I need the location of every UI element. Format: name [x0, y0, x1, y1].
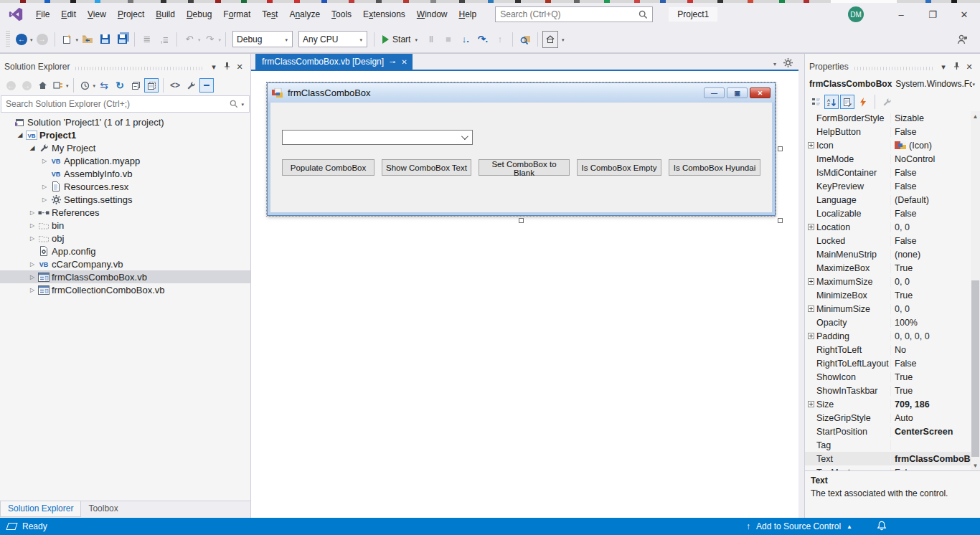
redo-icon[interactable]: ↷ [202, 31, 218, 48]
property-row-startposition[interactable]: StartPositionCenterScreen [805, 425, 971, 438]
menu-debug[interactable]: Debug [181, 6, 217, 22]
pin-icon[interactable] [220, 62, 233, 72]
alphabetical-sort-icon[interactable]: AZ [824, 95, 839, 109]
property-row-sizegripstyle[interactable]: SizeGripStyleAuto [805, 411, 971, 425]
expand-property-icon[interactable] [805, 142, 816, 148]
property-row-keypreview[interactable]: KeyPreviewFalse [805, 179, 971, 193]
designed-button-populate-combobox[interactable]: Populate ComboBox [282, 159, 374, 176]
view-code-icon[interactable]: <> [168, 78, 182, 93]
comment-icon[interactable]: ≣ [139, 31, 155, 48]
property-value[interactable]: 100% [891, 318, 971, 328]
save-all-icon[interactable] [114, 31, 130, 48]
user-avatar[interactable]: DM [848, 6, 864, 22]
scroll-up-icon[interactable]: ▲ [971, 111, 980, 121]
expand-twisty-icon[interactable]: ▷ [27, 274, 37, 280]
expand-twisty-icon[interactable]: ▷ [27, 235, 37, 242]
step-over-icon[interactable]: ↷. [475, 31, 491, 48]
property-value[interactable]: 0, 0 [891, 304, 971, 314]
property-value[interactable]: CenterScreen [891, 427, 971, 437]
tree-item-application-myapp[interactable]: ▷VBApplication.myapp [0, 154, 250, 167]
property-value[interactable]: No [891, 345, 971, 355]
menu-analyze[interactable]: Analyze [283, 6, 326, 22]
property-value[interactable]: Sizable [891, 113, 971, 123]
props-window-position-icon[interactable]: ▾ [937, 62, 950, 72]
tree-item-resources-resx[interactable]: ▷Resources.resx [0, 180, 250, 193]
property-row-language[interactable]: Language(Default) [805, 193, 971, 207]
tab-close-icon[interactable]: ✕ [401, 58, 407, 66]
solution-explorer-search-input[interactable] [6, 99, 230, 109]
menu-file[interactable]: File [30, 6, 55, 22]
show-all-files-icon[interactable] [144, 78, 159, 93]
form-maximize-button[interactable]: ▣ [727, 87, 748, 98]
form-minimize-button[interactable]: — [704, 87, 725, 98]
properties-scrollbar[interactable]: ▲ ▼ [971, 111, 980, 470]
feedback-icon[interactable] [954, 31, 970, 48]
expand-property-icon[interactable] [805, 224, 816, 230]
tree-item-solution-project1-1-of-1-project-[interactable]: Solution 'Project1' (1 of 1 project) [0, 115, 250, 128]
tree-item-ccarcompany-vb[interactable]: ▷VBcCarCompany.vb [0, 257, 250, 270]
tab-list-dropdown-icon[interactable]: ▾ [773, 61, 776, 67]
property-row-locked[interactable]: LockedFalse [805, 234, 971, 247]
filter-dropdown-icon[interactable]: ▾ [93, 83, 96, 89]
property-row-formborderstyle[interactable]: FormBorderStyleSizable [805, 111, 971, 125]
menu-view[interactable]: View [82, 6, 112, 22]
property-row-padding[interactable]: Padding0, 0, 0, 0 [805, 329, 971, 343]
document-options-gear-icon[interactable] [783, 58, 793, 70]
property-value[interactable]: False [891, 359, 971, 369]
switch-views-dropdown-icon[interactable]: ▾ [66, 83, 69, 89]
property-row-size[interactable]: Size709, 186 [805, 397, 971, 411]
property-value[interactable]: True [891, 263, 971, 273]
panel-splitter[interactable] [798, 54, 804, 518]
props-close-icon[interactable]: ✕ [963, 62, 976, 72]
property-value[interactable]: (Default) [891, 195, 971, 205]
events-lightning-icon[interactable] [856, 95, 870, 109]
property-row-showicon[interactable]: ShowIconTrue [805, 370, 971, 384]
form-close-button[interactable]: ✕ [750, 87, 771, 98]
quick-search-box[interactable] [495, 6, 653, 22]
property-value[interactable]: False [891, 181, 971, 191]
minimize-window-button[interactable]: – [885, 4, 917, 24]
add-to-source-control-button[interactable]: Add to Source Control [756, 521, 841, 531]
property-value[interactable]: False [891, 209, 971, 219]
property-row-topmost[interactable]: TopMostFalse [805, 465, 971, 470]
resize-handle-bottom-right[interactable] [778, 218, 783, 223]
tree-item-my-project[interactable]: ◢My Project [0, 141, 250, 154]
tree-item-project1[interactable]: ◢VBProject1 [0, 128, 250, 141]
tree-item-obj[interactable]: ▷obj [0, 232, 250, 245]
property-value[interactable]: True [891, 372, 971, 382]
menu-test[interactable]: Test [256, 6, 283, 22]
switch-views-icon[interactable] [51, 78, 65, 93]
scroll-down-icon[interactable]: ▼ [971, 460, 980, 470]
expand-twisty-icon[interactable]: ▷ [39, 197, 50, 203]
tool-tab-toolbox[interactable]: Toolbox [81, 501, 125, 516]
property-value[interactable]: 0, 0, 0, 0 [891, 331, 971, 341]
menu-project[interactable]: Project [112, 6, 150, 22]
expand-twisty-icon[interactable]: ▷ [39, 158, 50, 164]
solution-platform-dropdown[interactable]: Any CPU▾ [298, 31, 367, 47]
expand-property-icon[interactable] [805, 306, 816, 312]
menu-tools[interactable]: Tools [326, 6, 357, 22]
property-row-imemode[interactable]: ImeModeNoControl [805, 152, 971, 166]
uncomment-icon[interactable]: ⹁≣ [156, 31, 172, 48]
tree-item-settings-settings[interactable]: ▷Settings.settings [0, 193, 250, 206]
property-row-location[interactable]: Location0, 0 [805, 220, 971, 234]
ide-home-icon[interactable] [542, 31, 558, 48]
save-icon[interactable] [97, 31, 113, 48]
collapse-twisty-icon[interactable]: ◢ [15, 131, 25, 138]
notifications-bell-icon[interactable] [877, 521, 887, 533]
new-item-dropdown-icon[interactable]: ▾ [76, 37, 79, 43]
expand-twisty-icon[interactable]: ▷ [27, 261, 37, 268]
tree-item-bin[interactable]: ▷bin [0, 219, 250, 232]
restore-window-button[interactable]: ❐ [917, 4, 948, 24]
property-value[interactable]: True [891, 290, 971, 300]
property-pages-wrench-icon[interactable] [880, 95, 894, 109]
properties-object-selector[interactable]: frmClassComboBox System.Windows.Fc ▾ [805, 75, 980, 93]
properties-view-icon[interactable] [840, 95, 854, 109]
props-pin-icon[interactable] [950, 62, 963, 72]
property-value[interactable]: (none) [891, 250, 971, 260]
open-file-icon[interactable] [80, 31, 95, 48]
property-value[interactable]: (Icon) [891, 141, 971, 151]
tree-item-frmclasscombobox-vb[interactable]: ▷frmClassComboBox.vb [0, 270, 250, 283]
resize-handle-right[interactable] [778, 146, 783, 151]
preview-selected-items-icon[interactable] [199, 78, 214, 93]
